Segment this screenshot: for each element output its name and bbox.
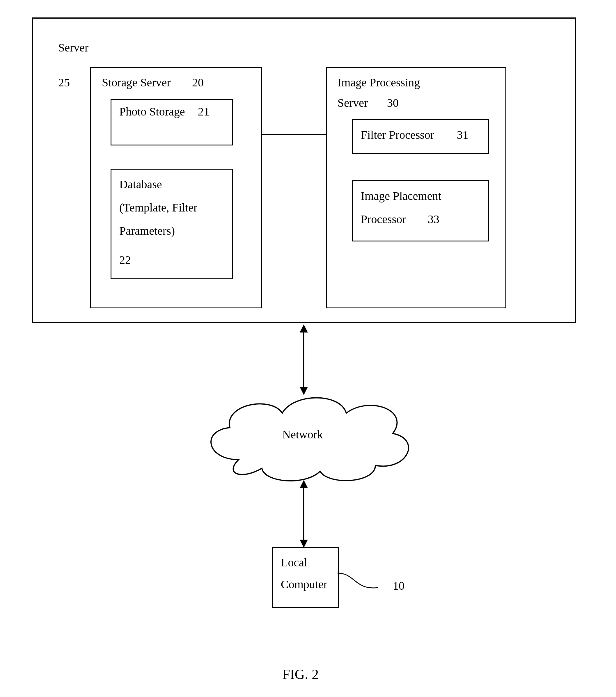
arrowhead-down-local xyxy=(300,539,308,548)
storage-server-label: Storage Server xyxy=(102,76,171,89)
arrow-server-network-shaft xyxy=(303,330,304,388)
image-processing-server-ref: 30 xyxy=(387,96,399,110)
server-label: Server xyxy=(58,41,88,55)
filter-processor-label: Filter Processor xyxy=(361,128,434,142)
connector-storage-to-ips xyxy=(262,134,326,135)
photo-storage-label: Photo Storage xyxy=(119,105,185,118)
figure-caption: FIG. 2 xyxy=(282,666,319,682)
local-computer-label-1: Local xyxy=(281,555,307,569)
storage-server-ref: 20 xyxy=(192,76,204,89)
image-processing-server-label-2: Server xyxy=(338,96,368,110)
local-computer-label-2: Computer xyxy=(281,577,327,591)
arrow-network-local-shaft xyxy=(303,486,304,541)
image-placement-processor-label-2: Processor xyxy=(361,212,406,226)
local-computer-ref: 10 xyxy=(393,579,405,593)
photo-storage-ref: 21 xyxy=(198,105,209,118)
image-placement-processor-ref: 33 xyxy=(428,212,439,226)
image-processing-server-label-1: Image Processing xyxy=(338,76,420,89)
filter-processor-ref: 31 xyxy=(457,128,468,142)
arrowhead-up-network-bottom xyxy=(300,480,308,488)
database-label-1: Database xyxy=(119,177,162,191)
database-label-3: Parameters) xyxy=(119,224,175,238)
database-ref: 22 xyxy=(119,253,131,267)
diagram-canvas: Server 25 Storage Server 20 Photo Storag… xyxy=(0,0,616,697)
local-computer-leader xyxy=(338,570,390,593)
server-ref: 25 xyxy=(58,76,70,89)
arrowhead-up-server xyxy=(300,324,308,332)
database-label-2: (Template, Filter xyxy=(119,201,197,214)
network-label: Network xyxy=(282,428,323,441)
image-placement-processor-label-1: Image Placement xyxy=(361,189,441,203)
